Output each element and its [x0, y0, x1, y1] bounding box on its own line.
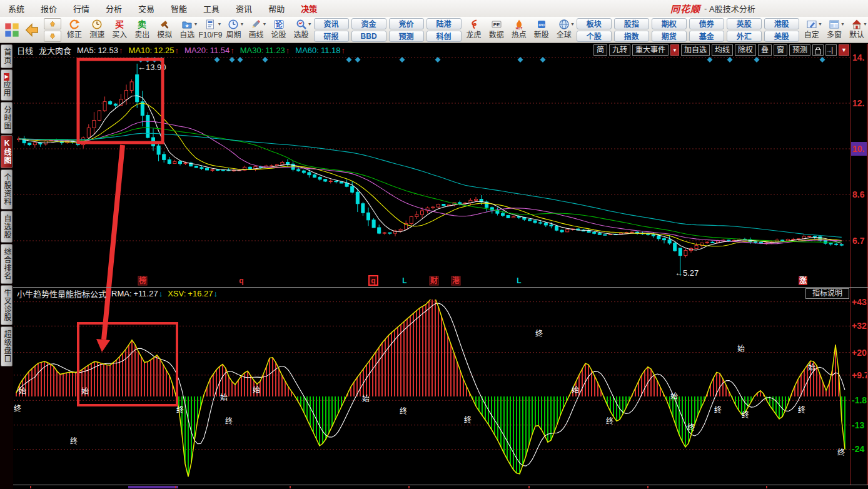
event-diamonds-group: [138, 57, 825, 63]
ma-number: 11.23: [265, 46, 285, 55]
indicator-field-2: XSV:+16.27↓: [168, 289, 218, 298]
indicator-field-label: RMA:: [111, 289, 132, 298]
events-dropdown-caret-icon[interactable]: ▼: [670, 44, 679, 56]
price-axis-label: 12.: [852, 98, 864, 108]
start-end-label: 终: [714, 405, 722, 415]
start-end-label: 终: [606, 416, 613, 426]
indicator-field-1: RMA:+11.27↓: [111, 289, 163, 298]
event-letter[interactable]: 榜: [139, 276, 146, 285]
event-letter[interactable]: 财: [430, 276, 438, 285]
indicator-axis-label: +43: [852, 297, 867, 307]
start-end-label: 终: [742, 410, 749, 420]
start-end-label: 终: [687, 423, 695, 432]
ma-label: MA10:: [128, 46, 152, 55]
indicator-axis-label: -1.8: [852, 395, 867, 405]
ma-value-3: MA20:11.54↑: [184, 46, 235, 55]
start-end-label: 始: [81, 387, 89, 396]
kline-button-9[interactable]: 预测: [789, 44, 810, 56]
annotation-group: [78, 59, 177, 405]
price-axis-label: 8.6: [852, 189, 865, 199]
kline-button-2[interactable]: 九转: [609, 44, 630, 56]
kline-button-5[interactable]: 均线: [712, 44, 733, 56]
ma-label: MA20:: [184, 46, 208, 55]
down-arrow-icon: ↓: [159, 289, 163, 298]
ma-number: 12.25: [154, 46, 174, 55]
indicator-header: 小牛趋势性量能指标公式 RMA:+11.27↓XSV:+16.27↓: [17, 289, 223, 298]
indicator-field-value: +16.27: [188, 289, 213, 298]
candles-group: [18, 64, 844, 276]
indicator-axis-label: -24: [852, 444, 864, 454]
event-markers-group: 榜qqL财港L涨: [138, 276, 807, 285]
start-end-label: 终: [400, 406, 407, 416]
start-end-label: 始: [220, 393, 228, 402]
event-letter[interactable]: q: [371, 276, 375, 285]
start-end-label: 终: [535, 329, 543, 338]
ma-label: MA60:: [295, 46, 319, 55]
indicator-help-button[interactable]: 指标说明: [805, 288, 849, 299]
kline-button-1[interactable]: 简: [593, 44, 607, 56]
up-arrow-icon: ↑: [286, 46, 290, 55]
start-end-label: 始: [362, 395, 370, 403]
up-arrow-icon: ↑: [119, 46, 123, 55]
price-axis-label: 10.: [852, 144, 864, 154]
kline-button-7[interactable]: 叠: [758, 44, 772, 56]
start-end-label: 始: [19, 387, 26, 396]
start-end-label: 始: [737, 345, 745, 353]
ma-value-2: MA10:12.25↑: [128, 46, 179, 55]
bottom-timeline[interactable]: [30, 486, 767, 488]
indicator-axis-label: +32: [852, 321, 867, 331]
kline-header: 日线 龙大肉食 MA5:12.53↑MA10:12.25↑MA20:11.54↑…: [17, 45, 351, 55]
ma-number: 11.18: [321, 46, 341, 55]
start-end-label: 终: [14, 404, 21, 413]
ma-number: 12.53: [98, 46, 118, 55]
indicator-axis-label: +9.7: [852, 370, 868, 380]
next-button[interactable]: →▏: [825, 44, 837, 56]
event-letter[interactable]: L: [402, 276, 406, 285]
kline-button-4[interactable]: 加自选: [681, 44, 710, 56]
ma-values: MA5:12.53↑MA10:12.25↑MA20:11.54↑MA30:11.…: [77, 46, 351, 55]
start-end-label: 始: [808, 363, 815, 372]
up-arrow-icon: ↑: [230, 46, 235, 55]
price-axis-label: 6.7: [852, 236, 865, 246]
kline-toolbar: 简九转重大事件▼加自选均线除权叠窗预测→▏▼: [593, 44, 849, 56]
event-letter[interactable]: 涨: [799, 276, 807, 285]
ma-value-4: MA30:11.23↑: [240, 46, 290, 55]
start-end-label: 终: [225, 416, 233, 426]
low-price-label: ←5.27: [675, 268, 699, 278]
ma-number: 11.54: [210, 46, 230, 55]
ma-value-1: MA5:12.53↑: [77, 46, 123, 55]
lock-button[interactable]: [812, 44, 824, 56]
start-end-label: 终: [837, 448, 845, 457]
indicator-field-value: +11.27: [134, 289, 158, 298]
event-letter[interactable]: q: [239, 276, 243, 285]
ma-label: MA5:: [77, 46, 96, 55]
bottom-separator: [13, 485, 868, 485]
kline-button-3[interactable]: 重大事件: [632, 44, 669, 56]
indicator-axis-label: -13: [852, 420, 864, 430]
indicator-field-label: XSV:: [168, 289, 186, 298]
price-axis-label: 14.: [852, 53, 864, 63]
start-end-label: 终: [176, 405, 184, 415]
ma-label: MA30:: [240, 46, 264, 55]
annotation-rect-indicator: [78, 323, 177, 405]
annotation-arrow-shaft: [104, 145, 123, 340]
kline-button-6[interactable]: 除权: [735, 44, 756, 56]
chart-canvas[interactable]: 14.12.10.8.66.7榜qqL财港L涨←13.90←5.27+43+32…: [0, 0, 868, 489]
kline-button-8[interactable]: 窗: [774, 44, 787, 56]
start-end-label: 终: [70, 436, 78, 446]
start-end-label: 始: [572, 386, 579, 395]
start-end-label: 终: [464, 415, 472, 425]
period-label[interactable]: 日线: [17, 44, 33, 56]
start-end-label: 始: [670, 392, 678, 401]
indicator-title: 小牛趋势性量能指标公式: [17, 288, 106, 300]
stock-name: 龙大肉食: [39, 44, 71, 56]
panel-separator: [13, 287, 868, 288]
indicator-values: RMA:+11.27↓XSV:+16.27↓: [111, 289, 223, 298]
event-letter[interactable]: 港: [452, 276, 460, 285]
event-letter[interactable]: L: [517, 276, 521, 285]
ma-value-5: MA60:11.18↑: [295, 46, 345, 55]
up-arrow-icon: ↑: [175, 46, 179, 55]
more-dropdown-button[interactable]: ▼: [839, 44, 849, 56]
up-arrow-icon: ↑: [341, 46, 346, 55]
start-end-label: 始: [253, 386, 260, 395]
